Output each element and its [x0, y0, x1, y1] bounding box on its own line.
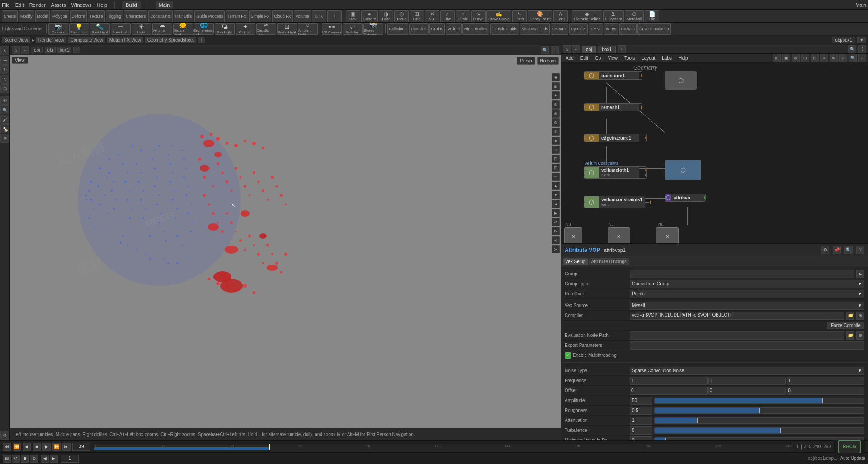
ne-icon-6[interactable]: ≡ [820, 54, 828, 62]
ne-edit-menu[interactable]: Edit [578, 55, 591, 61]
turbulence-slider[interactable] [654, 427, 864, 434]
node-edgefracture1[interactable]: ⬡ edgefracture1 [584, 134, 647, 142]
terrain-fx-btn[interactable]: Terrain FX [226, 10, 248, 22]
offset-x[interactable]: 0 [630, 387, 708, 395]
play-btn[interactable]: ▶ [42, 443, 51, 451]
amplitude-value[interactable]: 50 [630, 397, 652, 405]
geometry-spreadsheet-tab[interactable]: Geometry Spreadsheet [145, 37, 196, 43]
current-frame[interactable]: 39 [72, 443, 90, 451]
camera-btn[interactable]: 📷 Camera [48, 23, 68, 35]
sphere-tool[interactable]: ●Sphere [361, 10, 378, 22]
vp-obj-tab[interactable]: obj [45, 47, 55, 53]
ne-home-btn[interactable]: ⌂ [563, 45, 571, 53]
pose-tool[interactable]: 🦴 [0, 124, 9, 133]
add-view-tab[interactable]: + [198, 37, 205, 43]
select-tool[interactable]: ↖ [0, 46, 9, 55]
curve-tool[interactable]: ∿Curve [471, 10, 486, 22]
group-type-dropdown[interactable]: Guess from Group ▼ [630, 280, 864, 288]
vex-source-dropdown[interactable]: Myself ▼ [630, 302, 864, 310]
freq-z[interactable]: 1 [787, 377, 864, 385]
min-value-input[interactable]: 0 [630, 436, 652, 441]
rec-btn[interactable]: ⏺ [21, 455, 29, 463]
ne-add-tab[interactable]: + [618, 45, 626, 53]
path-input[interactable]: obj/box1 [832, 37, 855, 43]
menu-help[interactable]: Help [97, 2, 107, 8]
vr-camera-btn[interactable]: 👓 VR Camera [322, 23, 342, 35]
avop-search-btn[interactable]: 🔍 [844, 246, 853, 254]
run-over-dropdown[interactable]: Points ▼ [630, 290, 864, 298]
metaball-tool[interactable]: ⊙Metaball [625, 10, 644, 22]
attenuation-slider[interactable] [654, 417, 864, 424]
group-value[interactable] [630, 270, 854, 278]
display-settings[interactable]: ⚙ [0, 431, 9, 440]
volume-light-btn[interactable]: ☁ Volume Light [152, 23, 172, 35]
goto-start-btn[interactable]: ⏮ [3, 443, 11, 451]
node-vellumcloth1[interactable]: ⬡ vellumcloth1 cloth [584, 166, 647, 179]
torus-tool[interactable]: ◎Torus [394, 10, 409, 22]
ambient-light-btn[interactable]: ○ Ambient Light [298, 23, 318, 35]
view-icon-6[interactable]: ⊖ [552, 118, 560, 127]
eval-path-value[interactable] [630, 331, 844, 340]
menu-render[interactable]: Render [29, 2, 46, 8]
polygon-btn[interactable]: Polygon [51, 10, 69, 22]
view-icon-5[interactable]: ⊕ [552, 109, 560, 118]
ne-help-menu[interactable]: Help [676, 55, 691, 61]
node-grain-g[interactable]: Null ✕ GRAIN_G [656, 227, 679, 243]
ne-layout-menu[interactable]: Layout [639, 55, 658, 61]
path-options[interactable]: ▼ [857, 37, 866, 43]
timeline-scrubber[interactable]: 0 24 48 72 96 120 144 168 192 216 240 [94, 444, 793, 450]
gi-light-btn[interactable]: ✦ GI Light [236, 23, 255, 35]
view-icon-16[interactable]: ▶ [552, 209, 560, 217]
font-tool[interactable]: AFont [553, 10, 568, 22]
point-light-btn[interactable]: 💡 Point Light [69, 23, 89, 35]
transform-tool[interactable]: ⊞ [0, 84, 9, 93]
ne-view-menu[interactable]: View [605, 55, 620, 61]
wires-btn[interactable]: Wires [604, 23, 618, 35]
node-cloth-con[interactable]: Null ✕ CLOTH_CON [606, 227, 632, 243]
stereo-camera-btn[interactable]: 📸 Stereo Camera [363, 23, 383, 35]
offset-y[interactable]: 0 [708, 387, 786, 395]
node-transform1[interactable]: ⬡ transform1 [584, 71, 642, 80]
view-icon-8[interactable]: ● [552, 137, 560, 145]
collisions-btn[interactable]: Collisions [387, 23, 409, 35]
next-key-btn[interactable]: ⏩ [52, 443, 61, 451]
view-icon-4[interactable]: ⊙ [552, 100, 560, 109]
view-icon-13[interactable]: ▲ [552, 182, 560, 190]
view-icon-2[interactable]: ⊞ [552, 82, 560, 90]
fem-btn[interactable]: FEM [589, 23, 603, 35]
prev-key-btn[interactable]: ⏪ [13, 443, 21, 451]
no-cam-btn[interactable]: No cam [537, 57, 559, 65]
composite-view-tab[interactable]: Composite View [68, 37, 105, 43]
view-icon-20[interactable]: ⊱ [552, 245, 560, 253]
view-tool[interactable]: 👁 [0, 96, 9, 105]
freq-x[interactable]: 1 [630, 377, 708, 385]
ne-back-btn[interactable]: ← [572, 45, 580, 53]
amplitude-slider[interactable] [654, 398, 864, 404]
light-btn[interactable]: ☀ Light [132, 23, 151, 35]
hair-utils-btn[interactable]: Hair Utils [174, 10, 194, 22]
circle-tool[interactable]: ○Circle [456, 10, 470, 22]
compiler-value[interactable]: vcc -q $VOP_INCLUDEPATH -o $VOP_OBJECTF [630, 312, 844, 320]
view-icon-19[interactable]: ⊰ [552, 236, 560, 244]
environment-light-btn[interactable]: 🌐 Environment Light [194, 23, 214, 35]
force-compile-btn[interactable]: Force Compile [827, 322, 864, 329]
view-icon-11[interactable]: ⊡ [552, 164, 560, 172]
snap-btn[interactable]: ⊞ [3, 455, 11, 463]
constraints-btn[interactable]: Constraints [148, 10, 173, 22]
ne-more-btn[interactable]: ⋮ [858, 45, 866, 53]
drive-simulation-btn[interactable]: Drive Simulation [637, 23, 671, 35]
export-params-value[interactable] [630, 341, 864, 350]
platonic-solids-tool[interactable]: ◆Platonic Solids [572, 10, 602, 22]
view-icon-3[interactable]: ✦ [552, 91, 560, 99]
view-icon-12[interactable]: ⊣ [552, 173, 560, 181]
characters-btn[interactable]: Characters [124, 10, 147, 22]
tube-tool[interactable]: ◑Tube [379, 10, 393, 22]
ne-add-menu[interactable]: Add [563, 55, 576, 61]
view-icon-1[interactable]: ◈ [552, 73, 560, 81]
rigid-bodies-btn[interactable]: Rigid Bodies [462, 23, 489, 35]
menu-edit[interactable]: Edit [15, 2, 24, 8]
group-expand-btn[interactable]: ▶ [856, 270, 864, 278]
multithreading-checkbox[interactable]: ✓ [565, 352, 571, 359]
menu-windows[interactable]: Windows [71, 2, 92, 8]
add-btn[interactable]: + [327, 10, 342, 22]
